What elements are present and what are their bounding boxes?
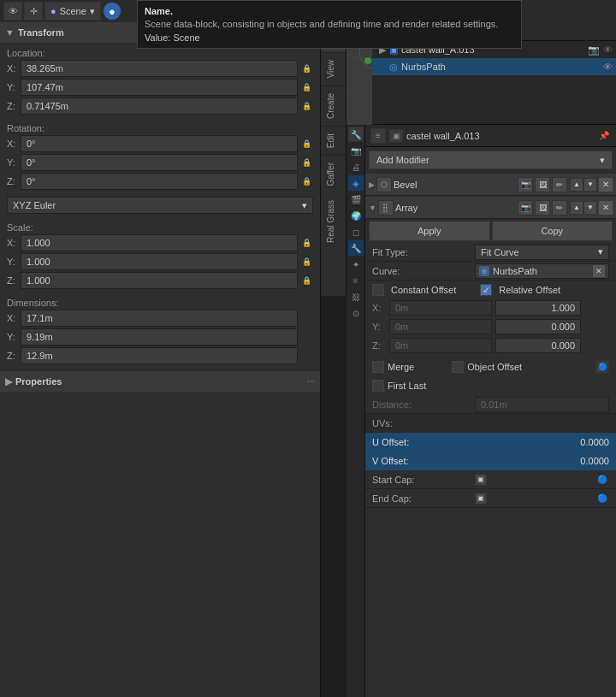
prop-icon-world[interactable]: 🌍	[348, 208, 364, 223]
tab-real-grass[interactable]: Real Grass	[321, 193, 346, 250]
fit-type-dropdown[interactable]: Fit Curve ▾	[475, 245, 609, 260]
location-x-input[interactable]: 38.265m	[21, 60, 298, 77]
modifier-header-icon: ▣	[389, 129, 403, 143]
outliner-eye-icon[interactable]: 👁	[603, 44, 613, 55]
header-icon-eye[interactable]: 👁	[3, 2, 22, 21]
transform-arrow[interactable]: ▼	[5, 27, 15, 38]
dropdown-arrow: ▾	[302, 200, 307, 211]
location-y-row: Y: 107.47m 🔒	[7, 79, 313, 96]
location-x-lock[interactable]: 🔒	[299, 62, 313, 75]
first-last-row: First Last	[365, 376, 616, 395]
location-y-input[interactable]: 107.47m	[21, 79, 298, 96]
rotation-z-lock[interactable]: 🔒	[299, 174, 313, 188]
scale-z-input[interactable]: 1.000	[21, 272, 298, 289]
add-modifier-button[interactable]: Add Modifier ▾	[369, 151, 613, 169]
header-icon-circle[interactable]: ●	[103, 2, 121, 21]
prop-icon-data[interactable]: ⊙	[348, 305, 364, 321]
array-up-btn[interactable]: ▲	[570, 201, 583, 215]
prop-icon-view-layer[interactable]: ◈	[348, 175, 364, 191]
svg-point-9	[364, 57, 371, 64]
end-cap-pick[interactable]: 🔵	[595, 492, 609, 505]
offset-x-value[interactable]: 1.000	[495, 300, 581, 316]
tab-view[interactable]: View	[321, 52, 346, 86]
bevel-up-btn[interactable]: ▲	[570, 178, 583, 192]
scale-z-lock[interactable]: 🔒	[299, 274, 313, 287]
curve-field[interactable]: ◎ NurbsPath ✕	[475, 263, 609, 279]
prop-icon-scene[interactable]: 🎬	[348, 192, 364, 207]
dim-z-row: Z: 12.9m 🔒	[7, 347, 313, 364]
apply-copy-row: Apply Copy	[369, 221, 613, 241]
prop-icon-constraints[interactable]: ⛓	[348, 289, 364, 304]
fit-type-label: Fit Type:	[372, 247, 475, 257]
scale-x-row: X: 1.000 🔒	[7, 234, 313, 251]
rotation-mode-dropdown[interactable]: XYZ Euler ▾	[7, 197, 313, 214]
prop-icon-modifier[interactable]: 🔧	[348, 240, 364, 256]
rotation-y-lock[interactable]: 🔒	[299, 156, 313, 169]
tab-gaffer[interactable]: Gaffer	[321, 155, 346, 193]
array-render-icon[interactable]: 🖼	[535, 200, 550, 216]
prop-icon-output[interactable]: 🖨	[348, 159, 364, 174]
first-last-checkbox[interactable]	[372, 380, 384, 392]
array-down-btn[interactable]: ▼	[583, 201, 597, 215]
location-z-input[interactable]: 0.71475m	[21, 97, 298, 115]
dim-z-input[interactable]: 12.9m	[21, 347, 298, 364]
dim-y-input[interactable]: 9.19m	[21, 328, 298, 346]
location-z-lock[interactable]: 🔒	[299, 99, 313, 113]
v-offset-row[interactable]: V Offset: 0.0000	[365, 452, 616, 470]
array-type-icon[interactable]: ⣿	[378, 200, 394, 216]
relative-offset-checkbox[interactable]: ✓	[480, 284, 492, 296]
bevel-close-btn[interactable]: ✕	[599, 178, 613, 192]
tab-edit[interactable]: Edit	[321, 126, 346, 155]
properties-label: Properties	[15, 376, 62, 387]
object-offset-label: Object Offset	[467, 362, 522, 372]
bevel-down-btn[interactable]: ▼	[583, 178, 597, 192]
u-offset-row[interactable]: U Offset: 0.0000	[365, 433, 616, 452]
outliner-item-nurbspath[interactable]: ◎ NurbsPath 👁	[372, 58, 616, 75]
scale-x-input[interactable]: 1.000	[21, 234, 298, 251]
modifier-header-menu[interactable]: ≡	[370, 128, 386, 144]
rotation-y-input[interactable]: 0°	[21, 154, 298, 171]
header-dropdown-scene[interactable]: ● Scene ▾	[44, 2, 101, 21]
prop-icon-particles[interactable]: ✦	[348, 257, 364, 272]
apply-button[interactable]: Apply	[369, 221, 490, 241]
constant-offset-checkbox[interactable]	[372, 284, 384, 296]
start-cap-pick[interactable]: 🔵	[595, 473, 609, 487]
tooltip-overlay: Name. Scene data-block, consisting in ob…	[137, 0, 522, 49]
tab-create[interactable]: Create	[321, 86, 346, 126]
properties-arrow[interactable]: ▶	[5, 376, 12, 387]
array-camera-icon[interactable]: 📷	[518, 200, 533, 216]
array-edit-icon[interactable]: ✏	[552, 200, 567, 216]
bevel-expand-arrow[interactable]: ▶	[369, 180, 375, 189]
rotation-group: Rotation: X: 0° 🔒 Y: 0° 🔒 Z: 0° 🔒	[0, 118, 320, 193]
rotation-z-input[interactable]: 0°	[21, 173, 298, 190]
properties-dots: ···	[307, 376, 315, 387]
nurbspath-eye-icon[interactable]: 👁	[603, 62, 613, 72]
curve-close-btn[interactable]: ✕	[593, 265, 605, 277]
prop-icon-render[interactable]: 📷	[348, 143, 364, 158]
offset-y-value[interactable]: 0.000	[495, 319, 581, 334]
prop-icon-physics[interactable]: ⚛	[348, 273, 364, 288]
merge-checkbox[interactable]	[372, 361, 384, 373]
scale-y-lock[interactable]: 🔒	[299, 255, 313, 269]
uvs-section-header: UVs:	[365, 414, 616, 433]
dim-x-input[interactable]: 17.1m	[21, 310, 298, 327]
offset-z-value[interactable]: 0.000	[495, 338, 581, 353]
array-expand-arrow[interactable]: ▼	[369, 204, 376, 212]
object-offset-checkbox[interactable]	[452, 361, 464, 373]
header-icon-cursor[interactable]: ✛	[24, 2, 43, 21]
scale-x-lock[interactable]: 🔒	[299, 236, 313, 250]
prop-icon-wrench[interactable]: 🔧	[348, 127, 364, 142]
prop-icon-object[interactable]: ◻	[348, 224, 364, 239]
array-close-btn[interactable]: ✕	[599, 201, 613, 215]
bevel-type-icon[interactable]: ⬡	[376, 177, 392, 192]
rotation-x-input[interactable]: 0°	[21, 135, 298, 152]
object-offset-pick[interactable]: 🔵	[595, 360, 609, 374]
scale-y-input[interactable]: 1.000	[21, 253, 298, 270]
location-y-lock[interactable]: 🔒	[299, 80, 313, 94]
bevel-camera-icon[interactable]: 📷	[518, 177, 533, 192]
pin-icon[interactable]: 📌	[597, 129, 611, 143]
bevel-render-icon[interactable]: 🖼	[535, 177, 550, 192]
rotation-x-lock[interactable]: 🔒	[299, 137, 313, 151]
copy-button[interactable]: Copy	[492, 221, 613, 241]
bevel-edit-icon[interactable]: ✏	[552, 177, 567, 192]
